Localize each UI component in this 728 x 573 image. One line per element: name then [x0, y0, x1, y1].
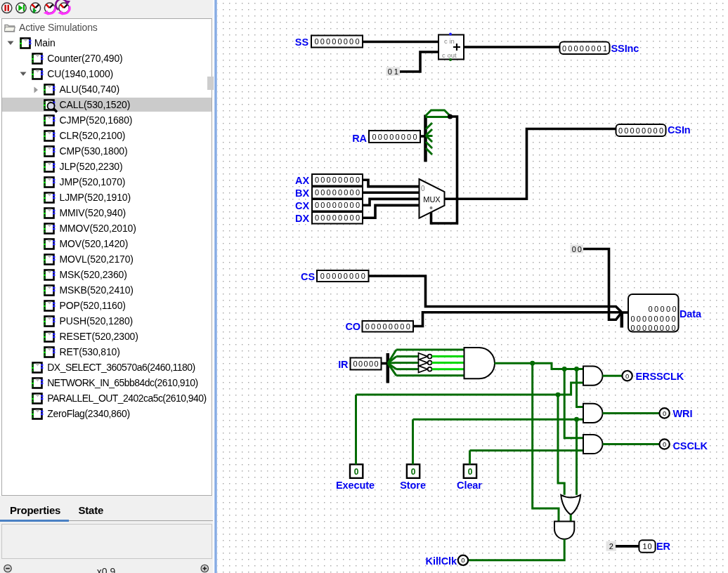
svg-text:00000: 00000 [649, 305, 677, 313]
svg-text:Clear: Clear [457, 480, 482, 491]
svg-text:c out: c out [442, 51, 457, 59]
svg-text:ER: ER [656, 541, 671, 552]
svg-text:0: 0 [354, 467, 359, 477]
svg-text:Execute: Execute [336, 480, 375, 491]
svg-text:KillClk: KillClk [426, 555, 457, 567]
svg-text:AX: AX [295, 175, 309, 186]
svg-text:CX: CX [295, 200, 309, 211]
svg-text:00000: 00000 [353, 360, 379, 368]
svg-text:SSInc: SSInc [611, 43, 639, 54]
svg-text:2: 2 [609, 542, 613, 551]
svg-text:10: 10 [643, 542, 652, 551]
svg-text:BX: BX [295, 187, 309, 199]
svg-text:0: 0 [421, 185, 425, 192]
svg-text:ERSSCLK: ERSSCLK [636, 371, 684, 382]
svg-text:00: 00 [572, 245, 582, 253]
svg-text:0: 0 [411, 467, 416, 477]
svg-text:Store: Store [400, 480, 426, 491]
svg-text:MUX: MUX [423, 195, 441, 204]
svg-text:Data: Data [680, 308, 702, 320]
svg-text:SS: SS [295, 37, 309, 48]
svg-text:0: 0 [468, 467, 473, 477]
svg-text:0: 0 [663, 440, 666, 448]
svg-text:0: 0 [461, 556, 464, 564]
svg-text:DX: DX [295, 213, 309, 224]
svg-text:WRI: WRI [673, 408, 693, 419]
svg-text:0: 0 [625, 372, 629, 380]
svg-text:c in: c in [444, 37, 455, 45]
svg-text:CO: CO [345, 321, 360, 332]
svg-text:CSCLK: CSCLK [673, 440, 708, 452]
svg-text:CSIn: CSIn [668, 124, 691, 136]
svg-text:0: 0 [663, 409, 666, 417]
svg-text:IR: IR [338, 359, 349, 370]
svg-text:RA: RA [352, 133, 367, 144]
svg-text:CS: CS [301, 271, 315, 282]
